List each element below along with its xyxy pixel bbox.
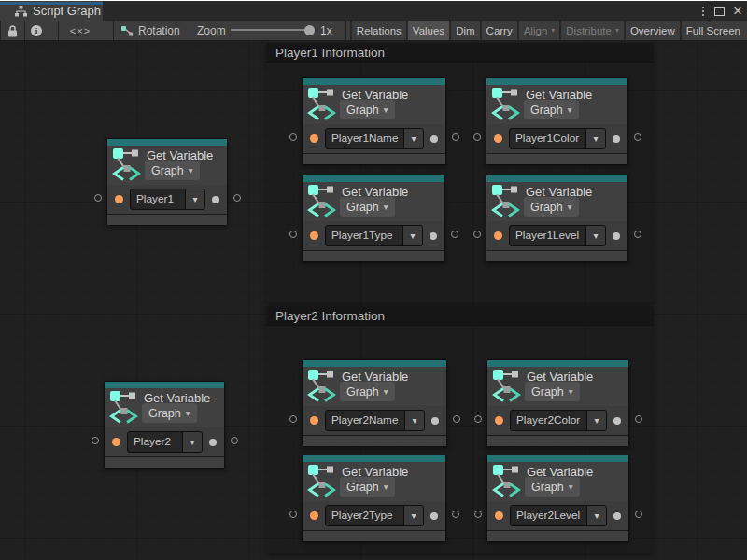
graph-kind-dropdown[interactable]: Graph▾ <box>142 403 197 423</box>
graph-kind-dropdown[interactable]: Graph▾ <box>340 382 395 401</box>
toolbar-button-full-screen[interactable]: Full Screen <box>682 21 745 40</box>
left-port-circle[interactable] <box>92 437 99 444</box>
right-port-circle[interactable] <box>233 194 241 202</box>
right-port-circle[interactable] <box>451 231 458 238</box>
graph-node[interactable]: Get VariableGraph▾Player2Type▾ <box>302 455 446 542</box>
input-port-dot[interactable] <box>310 231 318 240</box>
input-port-dot[interactable] <box>112 438 120 446</box>
left-port-circle[interactable] <box>289 231 297 238</box>
output-port-dot[interactable] <box>430 232 437 240</box>
variable-dropdown[interactable]: Player2Color▾ <box>510 410 607 431</box>
output-port-dot[interactable] <box>430 512 438 520</box>
graph-node[interactable]: Get VariableGraph▾Player1Color▾ <box>486 77 628 165</box>
input-port-dot[interactable] <box>494 134 502 143</box>
group-header[interactable]: Player2 Information <box>266 306 654 326</box>
variable-name: Player2Color <box>511 411 586 430</box>
variable-dropdown[interactable]: Player2▾ <box>127 431 203 453</box>
zoom-slider-knob[interactable] <box>304 25 315 35</box>
variable-dropdown[interactable]: Player1Level▾ <box>509 225 606 246</box>
zoom-slider-track[interactable] <box>231 29 310 31</box>
graph-node[interactable]: Get VariableGraph▾Player2Color▾ <box>486 359 629 447</box>
output-port-dot[interactable] <box>430 135 438 143</box>
graph-kind-dropdown[interactable]: Graph▾ <box>525 477 580 497</box>
maximize-icon[interactable] <box>714 7 725 16</box>
variable-dropdown[interactable]: Player1Color▾ <box>509 128 606 149</box>
graph-kind-dropdown[interactable]: Graph▾ <box>524 197 579 217</box>
close-icon[interactable]: × <box>733 7 742 16</box>
input-port-dot[interactable] <box>310 134 318 143</box>
graph-kind-dropdown[interactable]: Graph▾ <box>340 477 395 497</box>
graph-kind-label: Graph <box>148 407 181 420</box>
output-port-dot[interactable] <box>212 196 219 203</box>
graph-kind-dropdown[interactable]: Graph▾ <box>525 382 580 401</box>
toolbar-button-overview[interactable]: Overview <box>626 21 680 40</box>
toolbar-button-relations[interactable]: Relations <box>352 21 406 40</box>
graph-kind-dropdown[interactable]: Graph▾ <box>524 100 579 119</box>
output-port-dot[interactable] <box>209 439 217 446</box>
variable-dropdown[interactable]: Player1Type▾ <box>325 225 423 246</box>
graph-kind-dropdown[interactable]: Graph▾ <box>340 197 395 217</box>
window-menu-icon[interactable] <box>700 7 706 16</box>
right-port-circle[interactable] <box>231 437 238 444</box>
toolbar-button-label: Overview <box>630 25 675 36</box>
input-port-dot[interactable] <box>310 416 318 425</box>
lock-button[interactable] <box>6 24 19 37</box>
chevron-down-icon: ▾ <box>384 483 388 492</box>
graph-node[interactable]: Get VariableGraph▾Player2Level▾ <box>486 455 629 542</box>
right-port-circle[interactable] <box>634 231 641 238</box>
variable-dropdown[interactable]: Player2Type▾ <box>325 505 424 526</box>
output-port-dot[interactable] <box>431 417 439 425</box>
variable-name: Player2 <box>128 432 182 452</box>
graph-node[interactable]: Get VariableGraph▾Player1Level▾ <box>486 175 628 262</box>
input-port-dot[interactable] <box>495 416 503 425</box>
output-port-dot[interactable] <box>613 135 620 143</box>
node-header: Get VariableGraph▾ <box>303 182 444 221</box>
output-port-dot[interactable] <box>613 232 620 240</box>
info-button[interactable]: i <box>30 24 43 37</box>
toolbar-button-distribute[interactable]: Distribute▾ <box>561 21 624 40</box>
chevron-down-icon: ▾ <box>402 226 422 245</box>
script-graph-tab[interactable]: Script Graph <box>0 1 103 21</box>
input-port-dot[interactable] <box>494 231 502 240</box>
graph-node[interactable]: Get VariableGraph▾Player1▾ <box>106 138 228 226</box>
graph-node[interactable]: Get VariableGraph▾Player1Type▾ <box>302 175 445 262</box>
right-port-circle[interactable] <box>635 415 642 423</box>
variable-dropdown[interactable]: Player1▾ <box>130 189 205 210</box>
output-port-dot[interactable] <box>613 417 621 425</box>
variable-dropdown[interactable]: Player2Level▾ <box>510 505 607 526</box>
input-port-dot[interactable] <box>115 195 123 203</box>
code-view-button[interactable]: <×> <box>66 21 94 40</box>
left-port-circle[interactable] <box>473 133 481 141</box>
graph-node[interactable]: Get VariableGraph▾Player2▾ <box>104 381 225 469</box>
toolbar-button-values[interactable]: Values <box>408 21 449 40</box>
toolbar-button-carry[interactable]: Carry <box>482 21 517 40</box>
graph-node[interactable]: Get VariableGraph▾Player1Name▾ <box>302 77 446 165</box>
output-port-dot[interactable] <box>613 512 621 520</box>
graph-node[interactable]: Get VariableGraph▾Player2Name▾ <box>302 359 447 447</box>
variable-dropdown[interactable]: Player1Name▾ <box>325 128 424 149</box>
left-port-circle[interactable] <box>474 415 482 423</box>
toolbar-button-dim[interactable]: Dim <box>451 21 479 40</box>
toolbar-button-align[interactable]: Align▾ <box>519 21 560 40</box>
chevron-down-icon: ▾ <box>403 506 423 525</box>
variable-dropdown[interactable]: Player2Name▾ <box>325 410 425 431</box>
left-port-circle[interactable] <box>94 194 102 202</box>
right-port-circle[interactable] <box>453 415 460 423</box>
group-header[interactable]: Player1 Information <box>266 43 654 63</box>
left-port-circle[interactable] <box>473 231 481 238</box>
right-port-circle[interactable] <box>635 511 642 518</box>
left-port-circle[interactable] <box>289 133 297 141</box>
graph-kind-dropdown[interactable]: Graph▾ <box>340 100 395 119</box>
left-port-circle[interactable] <box>289 415 297 423</box>
group-title: Player2 Information <box>275 309 385 323</box>
input-port-dot[interactable] <box>310 511 318 520</box>
left-port-circle[interactable] <box>474 511 482 518</box>
input-port-dot[interactable] <box>495 511 503 520</box>
graph-kind-dropdown[interactable]: Graph▾ <box>145 161 200 180</box>
right-port-circle[interactable] <box>634 133 641 141</box>
right-port-circle[interactable] <box>452 511 459 518</box>
left-port-circle[interactable] <box>289 511 297 518</box>
right-port-circle[interactable] <box>452 133 459 141</box>
toolbar-button-label: Values <box>413 25 444 36</box>
graph-canvas[interactable]: Player1 InformationPlayer2 Information G… <box>0 40 747 560</box>
